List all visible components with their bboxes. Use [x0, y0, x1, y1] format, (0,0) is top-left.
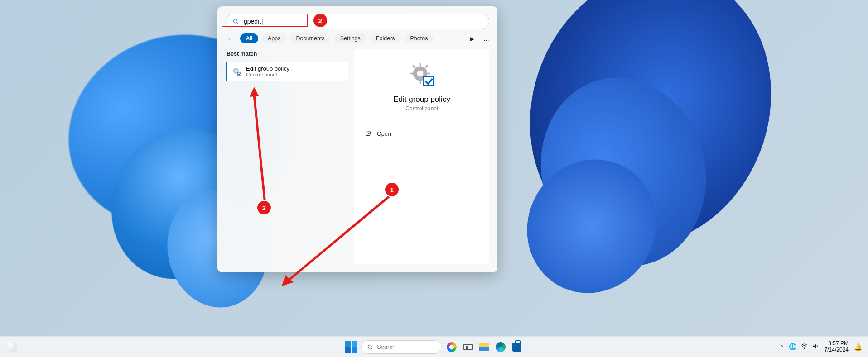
svg-rect-8: [237, 72, 241, 76]
svg-line-1: [237, 22, 238, 24]
search-icon: [367, 344, 373, 350]
svg-point-3: [235, 69, 237, 72]
svg-marker-27: [813, 344, 815, 348]
copilot-button[interactable]: [445, 341, 458, 353]
open-icon: [365, 131, 371, 137]
svg-line-20: [254, 95, 265, 204]
svg-rect-4: [236, 67, 236, 68]
svg-rect-5: [236, 73, 236, 75]
svg-line-22: [288, 195, 391, 281]
task-view-button[interactable]: [462, 341, 474, 353]
task-view-icon: [463, 344, 473, 350]
svg-marker-21: [250, 87, 259, 97]
volume-icon[interactable]: [812, 343, 819, 351]
store-button[interactable]: [511, 341, 523, 353]
edge-button[interactable]: [494, 341, 507, 353]
search-input[interactable]: gpedit: [226, 14, 489, 29]
svg-point-10: [417, 71, 424, 77]
language-icon[interactable]: 🌐: [789, 343, 796, 351]
weather-widget[interactable]: [6, 342, 17, 352]
play-icon[interactable]: ▶: [470, 35, 474, 42]
detail-subtitle: Control panel: [405, 105, 438, 112]
start-button[interactable]: [345, 341, 357, 353]
svg-rect-15: [412, 65, 415, 68]
svg-rect-14: [427, 73, 431, 75]
filter-photos[interactable]: Photos: [405, 33, 434, 43]
gear-check-icon: [231, 67, 241, 76]
filter-apps[interactable]: Apps: [262, 33, 287, 43]
file-explorer-button[interactable]: [478, 341, 491, 353]
detail-title: Edit group policy: [393, 95, 450, 104]
svg-rect-12: [420, 80, 421, 84]
result-title: Edit group policy: [246, 65, 289, 72]
svg-line-25: [371, 347, 372, 349]
taskbar: Search ^ 🌐 3:57 PM 7/14/2024 🔔: [0, 336, 868, 357]
gear-check-icon: [408, 62, 435, 89]
open-action[interactable]: Open: [361, 128, 483, 140]
clock[interactable]: 3:57 PM 7/14/2024: [825, 341, 849, 353]
annotation-arrow-1: [280, 192, 398, 287]
svg-rect-7: [238, 70, 240, 71]
svg-point-24: [368, 345, 371, 348]
result-subtitle: Control panel: [246, 72, 289, 77]
weather-icon: [6, 342, 17, 352]
svg-rect-16: [425, 65, 428, 68]
taskbar-search-placeholder: Search: [377, 343, 395, 350]
filter-all[interactable]: All: [240, 33, 258, 43]
system-tray: ^ 🌐 3:57 PM 7/14/2024 🔔: [781, 341, 863, 353]
store-icon: [512, 343, 521, 352]
copilot-icon: [447, 342, 457, 352]
back-button[interactable]: ←: [226, 35, 236, 43]
tray-overflow-button[interactable]: ^: [781, 343, 783, 350]
more-options-button[interactable]: …: [483, 35, 489, 42]
svg-point-26: [804, 348, 805, 349]
best-match-label: Best match: [227, 51, 348, 57]
search-filter-row: ← All Apps Documents Settings Folders Ph…: [217, 33, 497, 49]
filter-settings[interactable]: Settings: [334, 33, 366, 43]
svg-rect-18: [366, 132, 370, 135]
search-icon: [232, 18, 239, 25]
result-edit-group-policy[interactable]: Edit group policy Control panel: [226, 62, 348, 81]
svg-rect-6: [232, 70, 233, 71]
edge-icon: [496, 342, 506, 352]
open-label: Open: [377, 131, 391, 137]
annotation-arrow-3: [248, 87, 275, 218]
filter-folders[interactable]: Folders: [370, 33, 401, 43]
search-query-text: gpedit: [244, 18, 263, 25]
folder-icon: [479, 343, 489, 351]
notifications-button[interactable]: 🔔: [854, 343, 863, 351]
clock-date: 7/14/2024: [825, 347, 849, 353]
svg-rect-13: [410, 73, 414, 75]
filter-documents[interactable]: Documents: [290, 33, 330, 43]
network-icon[interactable]: [801, 343, 808, 351]
clock-time: 3:57 PM: [825, 341, 849, 347]
svg-rect-11: [420, 63, 421, 67]
taskbar-search[interactable]: Search: [361, 340, 442, 354]
svg-point-0: [234, 19, 237, 23]
